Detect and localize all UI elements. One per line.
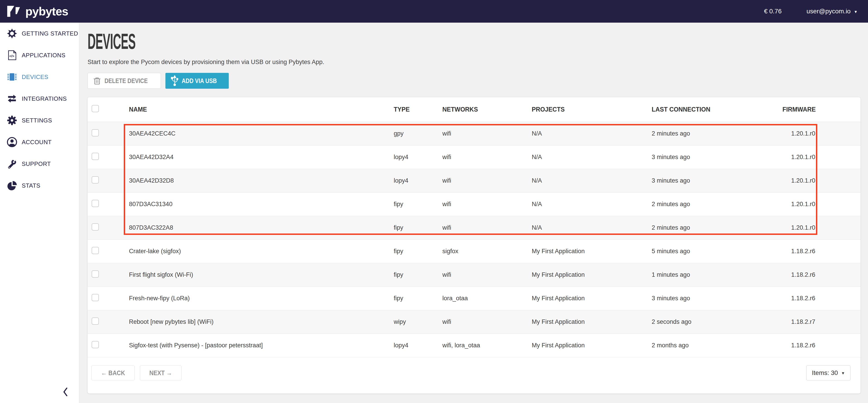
logo-text: pybytes: [25, 4, 68, 18]
arrows-swap-icon: [7, 93, 17, 104]
sun-gear-icon: [7, 28, 17, 39]
pagination: ← BACK NEXT → Items: 30 ▼: [88, 357, 861, 380]
code-document-icon: </>: [7, 50, 17, 60]
device-last-connection: 3 minutes ago: [652, 169, 780, 192]
table-row[interactable]: 807D3AC31340 fipy wifi N/A 2 minutes ago…: [88, 192, 861, 216]
device-last-connection: 2 months ago: [652, 334, 780, 357]
sidebar-item-settings[interactable]: SETTINGS: [0, 110, 79, 131]
main-content: DEVICES Start to explore the Pycom devic…: [79, 23, 868, 403]
pybytes-logo[interactable]: pybytes: [7, 4, 68, 18]
add-via-usb-label: ADD VIA USB: [182, 77, 217, 85]
row-checkbox[interactable]: [92, 294, 99, 301]
device-type: fipy: [394, 239, 442, 263]
device-name: 807D3AC31340: [129, 192, 394, 216]
next-button[interactable]: NEXT →: [140, 366, 182, 380]
usb-icon: [170, 75, 179, 87]
device-type: fipy: [394, 286, 442, 310]
caret-down-icon: ▼: [854, 10, 858, 14]
page-subtitle: Start to explore the Pycom devices by pr…: [88, 59, 861, 66]
row-checkbox[interactable]: [92, 341, 99, 348]
table-row[interactable]: 807D3AC322A8 fipy wifi N/A 2 minutes ago…: [88, 216, 861, 239]
user-menu[interactable]: user@pycom.io ▼: [806, 8, 858, 15]
caret-down-icon: ▼: [841, 371, 845, 375]
device-projects: N/A: [532, 122, 652, 145]
add-via-usb-button[interactable]: ADD VIA USB: [165, 73, 229, 89]
sidebar-item-label: SUPPORT: [22, 160, 51, 167]
row-checkbox[interactable]: [92, 247, 99, 254]
column-header-last-connection: LAST CONNECTION: [652, 97, 780, 122]
sidebar-collapse-button[interactable]: [62, 387, 69, 397]
select-all-checkbox[interactable]: [92, 105, 99, 112]
device-type: gpy: [394, 122, 442, 145]
sidebar-item-devices[interactable]: DEVICES: [0, 66, 79, 88]
chevron-left-icon: [64, 388, 67, 396]
device-last-connection: 3 minutes ago: [652, 286, 780, 310]
user-email: user@pycom.io: [806, 8, 850, 15]
device-type: lopy4: [394, 145, 442, 169]
device-firmware: 1.20.1.r0: [780, 145, 861, 169]
device-networks: wifi: [442, 310, 532, 334]
device-last-connection: 3 minutes ago: [652, 145, 780, 169]
device-firmware: 1.18.2.r6: [780, 286, 861, 310]
toolbar: DELETE DEVICE ADD VIA USB: [88, 73, 861, 89]
device-projects: N/A: [532, 192, 652, 216]
row-checkbox[interactable]: [92, 223, 99, 230]
back-button[interactable]: ← BACK: [91, 366, 135, 380]
table-row[interactable]: 30AEA42CEC4C gpy wifi N/A 2 minutes ago …: [88, 122, 861, 145]
delete-device-button[interactable]: DELETE DEVICE: [88, 73, 161, 89]
row-checkbox[interactable]: [92, 200, 99, 207]
device-projects: N/A: [532, 169, 652, 192]
column-header-firmware: FIRMWARE: [780, 97, 861, 122]
row-checkbox[interactable]: [92, 153, 99, 160]
device-firmware: 1.20.1.r0: [780, 192, 861, 216]
table-row[interactable]: 30AEA42D32A4 lopy4 wifi N/A 3 minutes ag…: [88, 145, 861, 169]
device-projects: N/A: [532, 216, 652, 239]
sidebar: GETTING STARTED </> APPLICATIONS: [0, 23, 79, 403]
sidebar-item-label: SETTINGS: [22, 117, 52, 124]
device-name: Reboot [new pybytes lib] (WiFi): [129, 310, 394, 334]
table-row[interactable]: First flight sigfox (Wi-Fi) fipy wifi My…: [88, 263, 861, 286]
devices-table-card: NAME TYPE NETWORKS PROJECTS LAST CONNECT…: [88, 97, 861, 394]
row-checkbox[interactable]: [92, 317, 99, 325]
table-row[interactable]: Sigfox-test (with Pysense) - [pastoor pe…: [88, 334, 861, 357]
device-name: First flight sigfox (Wi-Fi): [129, 263, 394, 286]
sidebar-item-label: STATS: [22, 182, 40, 189]
device-name: Sigfox-test (with Pysense) - [pastoor pe…: [129, 334, 394, 357]
column-header-name: NAME: [129, 97, 394, 122]
row-checkbox[interactable]: [92, 270, 99, 278]
sidebar-item-label: INTEGRATIONS: [22, 95, 67, 102]
sidebar-item-support[interactable]: SUPPORT: [0, 153, 79, 175]
items-per-page-dropdown[interactable]: Items: 30 ▼: [806, 366, 850, 380]
sidebar-item-label: ACCOUNT: [22, 139, 52, 146]
table-row[interactable]: 30AEA42D32D8 lopy4 wifi N/A 3 minutes ag…: [88, 169, 861, 192]
sidebar-item-stats[interactable]: STATS: [0, 175, 79, 196]
row-checkbox[interactable]: [92, 129, 99, 136]
devices-table: NAME TYPE NETWORKS PROJECTS LAST CONNECT…: [88, 97, 861, 357]
device-type: fipy: [394, 216, 442, 239]
sidebar-item-account[interactable]: ACCOUNT: [0, 131, 79, 153]
table-header-row: NAME TYPE NETWORKS PROJECTS LAST CONNECT…: [88, 97, 861, 122]
table-row[interactable]: Crater-lake (sigfox) fipy sigfox My Firs…: [88, 239, 861, 263]
table-row[interactable]: Reboot [new pybytes lib] (WiFi) wipy wif…: [88, 310, 861, 334]
device-networks: wifi: [442, 145, 532, 169]
device-projects: My First Application: [532, 310, 652, 334]
table-row[interactable]: Fresh-new-fipy (LoRa) fipy lora_otaa My …: [88, 286, 861, 310]
device-networks: wifi, lora_otaa: [442, 334, 532, 357]
sidebar-item-applications[interactable]: </> APPLICATIONS: [0, 44, 79, 66]
svg-text:</>: </>: [9, 54, 14, 58]
sidebar-item-getting-started[interactable]: GETTING STARTED: [0, 23, 79, 44]
device-type: fipy: [394, 192, 442, 216]
device-firmware: 1.18.2.r6: [780, 263, 861, 286]
sidebar-item-integrations[interactable]: INTEGRATIONS: [0, 88, 79, 110]
device-networks: wifi: [442, 122, 532, 145]
device-name: 30AEA42CEC4C: [129, 122, 394, 145]
row-checkbox[interactable]: [92, 176, 99, 184]
device-firmware: 1.20.1.r0: [780, 169, 861, 192]
sidebar-item-label: DEVICES: [22, 73, 49, 81]
device-table-body: 30AEA42CEC4C gpy wifi N/A 2 minutes ago …: [88, 122, 861, 357]
device-networks: sigfox: [442, 239, 532, 263]
device-name: Fresh-new-fipy (LoRa): [129, 286, 394, 310]
device-firmware: 1.18.2.r6: [780, 239, 861, 263]
device-last-connection: 2 minutes ago: [652, 216, 780, 239]
page-title: DEVICES: [88, 33, 490, 50]
